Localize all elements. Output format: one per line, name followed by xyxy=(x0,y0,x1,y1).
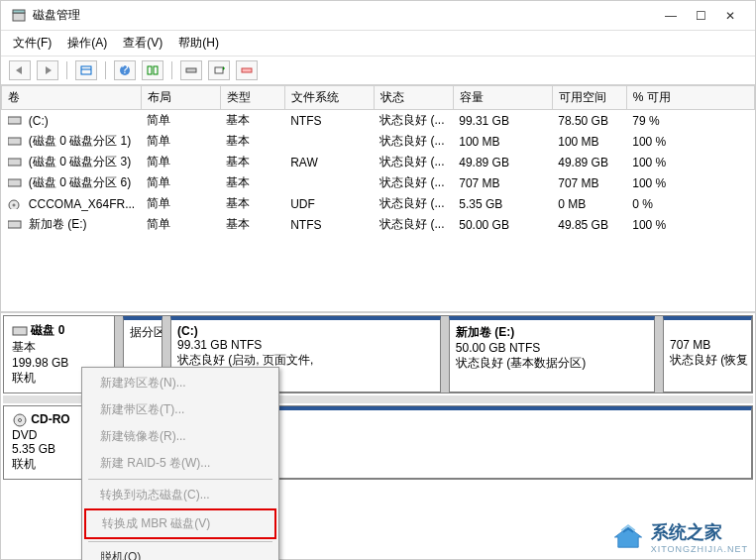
ctx-convert-dynamic[interactable]: 转换到动态磁盘(C)... xyxy=(84,482,276,508)
table-header-row: 卷 布局 类型 文件系统 状态 容量 可用空间 % 可用 xyxy=(2,86,755,110)
svg-rect-17 xyxy=(8,221,21,228)
close-button[interactable]: ✕ xyxy=(715,9,745,23)
table-row[interactable]: (磁盘 0 磁盘分区 6)简单基本状态良好 (...707 MB707 MB10… xyxy=(2,172,755,193)
svg-rect-1 xyxy=(13,10,25,13)
tool-layout-icon[interactable] xyxy=(142,60,163,80)
tool-settings-icon[interactable] xyxy=(180,60,202,80)
ctx-new-raid5[interactable]: 新建 RAID-5 卷(W)... xyxy=(84,450,276,477)
table-row[interactable]: (磁盘 0 磁盘分区 1)简单基本状态良好 (...100 MB100 MB10… xyxy=(2,131,755,152)
col-fs[interactable]: 文件系统 xyxy=(284,86,374,110)
ctx-offline[interactable]: 脱机(O) xyxy=(84,544,276,560)
window-title: 磁盘管理 xyxy=(33,7,80,24)
minimize-button[interactable]: — xyxy=(656,9,686,23)
col-layout[interactable]: 布局 xyxy=(141,86,220,110)
col-free[interactable]: 可用空间 xyxy=(552,86,626,110)
partition-e[interactable]: 新加卷 (E:) 50.00 GB NTFS 状态良好 (基本数据分区) xyxy=(449,316,655,392)
house-icon xyxy=(611,523,645,551)
svg-point-16 xyxy=(13,204,15,206)
toolbar: ? xyxy=(1,56,755,85)
svg-rect-8 xyxy=(186,68,196,72)
col-volume[interactable]: 卷 xyxy=(2,86,142,110)
svg-rect-12 xyxy=(8,138,21,145)
svg-text:?: ? xyxy=(122,64,129,76)
svg-rect-2 xyxy=(81,66,91,74)
tool-refresh-icon[interactable] xyxy=(208,60,230,80)
volume-table: 卷 布局 类型 文件系统 状态 容量 可用空间 % 可用 (C:)简单基本NTF… xyxy=(1,85,755,235)
tool-action-icon[interactable] xyxy=(236,60,258,80)
svg-rect-9 xyxy=(215,67,223,73)
watermark: 系统之家 XITONGZHIJIA.NET xyxy=(611,520,748,554)
svg-rect-10 xyxy=(242,68,252,72)
back-button[interactable] xyxy=(9,60,31,80)
forward-button[interactable] xyxy=(37,60,58,80)
col-status[interactable]: 状态 xyxy=(374,86,453,110)
volume-list-pane: 卷 布局 类型 文件系统 状态 容量 可用空间 % 可用 (C:)简单基本NTF… xyxy=(1,85,755,313)
maximize-button[interactable]: ☐ xyxy=(686,9,715,23)
menu-file[interactable]: 文件(F) xyxy=(13,35,52,52)
svg-point-20 xyxy=(19,419,22,422)
svg-rect-18 xyxy=(13,327,27,335)
context-menu: 新建跨区卷(N)... 新建带区卷(T)... 新建镜像卷(R)... 新建 R… xyxy=(81,367,279,560)
svg-rect-13 xyxy=(8,159,21,166)
ctx-new-striped[interactable]: 新建带区卷(T)... xyxy=(84,396,276,423)
table-row[interactable]: (C:)简单基本NTFS状态良好 (...99.31 GB78.50 GB79 … xyxy=(2,110,755,132)
svg-rect-14 xyxy=(8,179,21,186)
menubar: 文件(F) 操作(A) 查看(V) 帮助(H) xyxy=(1,31,755,56)
table-row[interactable]: CCCOMA_X64FR...简单基本UDF状态良好 (...5.35 GB0 … xyxy=(2,193,755,214)
ctx-new-spanned[interactable]: 新建跨区卷(N)... xyxy=(84,370,276,396)
svg-rect-0 xyxy=(13,13,25,21)
menu-view[interactable]: 查看(V) xyxy=(123,35,162,52)
help-icon[interactable]: ? xyxy=(114,60,136,80)
ctx-new-mirrored[interactable]: 新建镜像卷(R)... xyxy=(84,423,276,450)
col-pct[interactable]: % 可用 xyxy=(626,86,754,110)
table-row[interactable]: 新加卷 (E:)简单基本NTFS状态良好 (...50.00 GB49.85 G… xyxy=(2,214,755,235)
svg-rect-11 xyxy=(8,117,21,124)
svg-rect-7 xyxy=(154,66,158,74)
col-type[interactable]: 类型 xyxy=(220,86,284,110)
ctx-convert-mbr[interactable]: 转换成 MBR 磁盘(V) xyxy=(84,508,276,539)
menu-action[interactable]: 操作(A) xyxy=(67,35,107,52)
col-capacity[interactable]: 容量 xyxy=(453,86,552,110)
menu-help[interactable]: 帮助(H) xyxy=(178,35,219,52)
tool-view-icon[interactable] xyxy=(75,60,97,80)
titlebar: 磁盘管理 — ☐ ✕ xyxy=(1,1,755,31)
svg-rect-6 xyxy=(148,66,152,74)
partition[interactable]: 707 MB 状态良好 (恢复 xyxy=(663,316,752,392)
table-row[interactable]: (磁盘 0 磁盘分区 3)简单基本RAW状态良好 (...49.89 GB49.… xyxy=(2,152,755,172)
app-icon xyxy=(11,8,27,24)
